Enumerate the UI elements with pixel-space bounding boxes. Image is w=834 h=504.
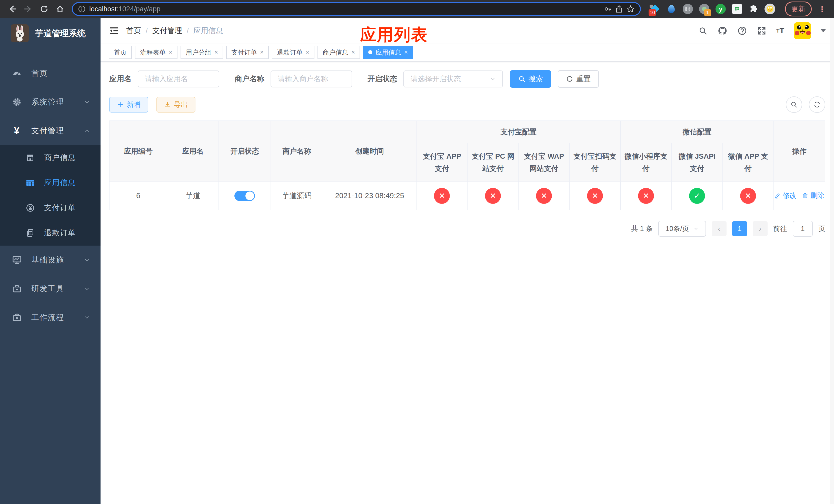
sidebar-item-payment[interactable]: ¥ 支付管理: [0, 116, 101, 145]
breadcrumb-payment[interactable]: 支付管理: [152, 26, 182, 36]
reset-button[interactable]: 重置: [558, 70, 599, 88]
col-alipay-wap: 支付宝 WAP 网站支付: [519, 143, 570, 182]
grid-icon: [25, 178, 36, 187]
sidebar-item-merchant-info[interactable]: 商户信息: [0, 145, 101, 170]
tab-process-form[interactable]: 流程表单×: [135, 46, 177, 59]
extension-session-icon[interactable]: 1: [699, 4, 710, 14]
status-toggle[interactable]: [235, 191, 255, 201]
tab-app-info[interactable]: 应用信息×: [363, 46, 413, 59]
sidebar-item-app-info[interactable]: 应用信息: [0, 170, 101, 196]
close-icon[interactable]: ×: [351, 49, 355, 56]
browser-menu-icon[interactable]: ⋮: [816, 5, 828, 14]
user-avatar[interactable]: [794, 22, 811, 39]
chevron-down-icon: [84, 314, 90, 321]
chevron-down-icon: [84, 285, 90, 292]
chrome-update-button[interactable]: 更新: [785, 2, 812, 17]
sidebar-item-label: 应用信息: [44, 178, 76, 188]
app-logo-row: 芋道管理系统: [0, 18, 101, 49]
merchant-name-input[interactable]: [270, 70, 352, 87]
browser-forward-button[interactable]: [22, 2, 35, 16]
close-icon[interactable]: ×: [260, 49, 264, 56]
font-size-icon[interactable]: TT: [776, 26, 784, 35]
edit-link[interactable]: 修改: [774, 191, 796, 200]
breadcrumb-current: 应用信息: [193, 26, 223, 36]
close-icon[interactable]: ×: [306, 49, 309, 56]
extension-chat-icon[interactable]: [732, 4, 743, 14]
browser-reload-button[interactable]: [38, 2, 51, 16]
chevron-up-icon: [84, 128, 90, 134]
delete-link[interactable]: 删除: [802, 191, 824, 200]
app-table: 应用编号 应用名 开启状态 商户名称 创建时间 支付宝配置 微信配置 操作 支付…: [109, 120, 825, 210]
browser-back-button[interactable]: [6, 2, 19, 16]
password-key-icon[interactable]: [604, 5, 612, 13]
sidebar-collapse-icon[interactable]: [109, 26, 119, 36]
avatar-dropdown-caret[interactable]: [821, 29, 826, 32]
fullscreen-icon[interactable]: [757, 26, 767, 36]
status-select[interactable]: 请选择开启状态: [403, 70, 503, 87]
sidebar-item-refund-orders[interactable]: 退款订单: [0, 221, 101, 246]
page-number-button[interactable]: 1: [732, 221, 747, 236]
tab-refund-orders[interactable]: 退款订单×: [272, 46, 314, 59]
goto-page-input[interactable]: [793, 221, 813, 237]
pagination: 共 1 条 10条/页 ‹ 1 › 前往 页: [109, 221, 825, 237]
page-size-select[interactable]: 10条/页: [658, 221, 706, 237]
tab-user-group[interactable]: 用户分组×: [180, 46, 223, 59]
sidebar-item-label: 基础设施: [31, 255, 64, 265]
extension-balloon-icon[interactable]: [666, 4, 677, 14]
sidebar-item-label: 支付管理: [31, 125, 64, 136]
extension-badge: 10: [649, 9, 656, 16]
next-page-button[interactable]: ›: [753, 221, 768, 236]
extension-command-icon[interactable]: [682, 4, 693, 14]
refresh-button[interactable]: [809, 96, 825, 113]
sidebar-item-infrastructure[interactable]: 基础设施: [0, 246, 101, 274]
sidebar-item-home[interactable]: 首页: [0, 59, 101, 88]
breadcrumb-home[interactable]: 首页: [126, 26, 141, 36]
active-tab-dot: [368, 50, 372, 54]
github-icon[interactable]: [717, 26, 728, 36]
col-status: 开启状态: [219, 121, 271, 182]
breadcrumb: 首页 / 支付管理 / 应用信息: [126, 26, 223, 36]
search-button[interactable]: 搜索: [510, 70, 551, 88]
monitor-chart-icon: [11, 255, 23, 265]
add-button[interactable]: 新增: [109, 97, 148, 113]
profile-avatar-icon[interactable]: [765, 4, 775, 14]
share-icon[interactable]: [615, 5, 623, 13]
url-text: localhost:1024/pay/app: [89, 5, 600, 13]
bookmark-star-icon[interactable]: [627, 5, 635, 13]
browser-home-button[interactable]: [53, 2, 67, 16]
site-info-icon[interactable]: [78, 5, 86, 13]
storefront-icon: [25, 153, 36, 162]
app-name-input[interactable]: [138, 70, 219, 87]
close-icon[interactable]: ×: [214, 49, 218, 56]
chevron-down-icon: [693, 226, 699, 231]
toggle-search-button[interactable]: [786, 96, 802, 113]
sidebar-item-label: 商户信息: [44, 153, 76, 163]
col-alipay-qr: 支付宝扫码支付: [570, 143, 621, 182]
tab-merchant-info[interactable]: 商户信息×: [317, 46, 360, 59]
sidebar-item-label: 研发工具: [31, 283, 64, 294]
tab-home[interactable]: 首页: [109, 46, 132, 59]
page-unit-label: 页: [818, 224, 825, 233]
sidebar-item-system[interactable]: 系统管理: [0, 88, 101, 116]
tab-pay-orders[interactable]: 支付订单×: [226, 46, 269, 59]
close-icon[interactable]: ×: [169, 49, 172, 56]
export-button[interactable]: 导出: [156, 97, 195, 113]
address-bar[interactable]: localhost:1024/pay/app: [72, 2, 641, 16]
sidebar-item-dev-tools[interactable]: 研发工具: [0, 274, 101, 303]
top-navbar: 首页 / 支付管理 / 应用信息 应用列表 TT: [101, 18, 834, 44]
prev-page-button[interactable]: ‹: [712, 221, 727, 236]
extensions-puzzle-icon[interactable]: [748, 4, 759, 14]
extension-blue-diamond-icon[interactable]: 10: [650, 4, 660, 14]
sidebar: 芋道管理系统 首页 系统管理 ¥ 支付管理: [0, 18, 101, 504]
search-icon[interactable]: [698, 26, 707, 36]
col-wx-jsapi: 微信 JSAPI 支付: [672, 143, 723, 182]
extension-y-icon[interactable]: y: [715, 4, 726, 14]
help-icon[interactable]: [737, 26, 747, 36]
close-icon[interactable]: ×: [404, 49, 408, 56]
browser-scrollbar[interactable]: [830, 18, 834, 504]
search-form: 应用名 商户名称 开启状态 请选择开启状态 搜索 重置: [109, 70, 825, 88]
cell-app-id: 6: [110, 182, 167, 210]
sidebar-item-workflow[interactable]: 工作流程: [0, 303, 101, 332]
payment-submenu: 商户信息 应用信息 支付订单: [0, 145, 101, 246]
sidebar-item-pay-orders[interactable]: 支付订单: [0, 196, 101, 221]
